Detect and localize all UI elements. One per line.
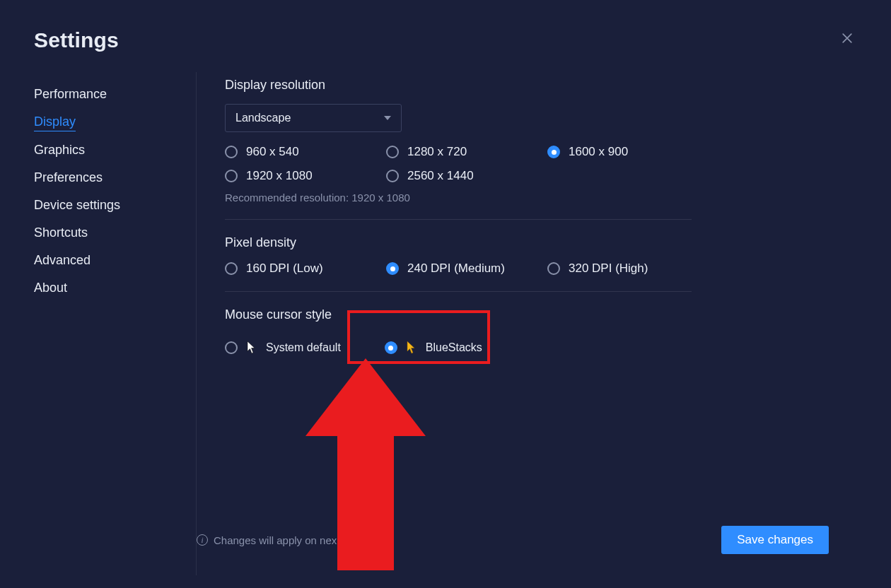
chevron-down-icon — [384, 116, 391, 120]
radio-icon — [547, 146, 560, 158]
dpi-label: 240 DPI (Medium) — [407, 261, 505, 276]
sidebar-item-shortcuts[interactable]: Shortcuts — [34, 219, 88, 247]
cursor-style-heading: Mouse cursor style — [225, 307, 857, 322]
footer-bar: i Changes will apply on nex Save changes — [197, 526, 829, 554]
settings-window: Settings Performance Display Graphics Pr… — [0, 0, 891, 588]
resolution-option-1920x1080[interactable]: 1920 x 1080 — [225, 169, 386, 183]
orientation-select-value: Landscape — [235, 112, 291, 124]
display-resolution-heading: Display resolution — [225, 78, 857, 93]
cursor-options: System default BlueStacks — [225, 334, 857, 362]
radio-icon — [225, 170, 238, 182]
sidebar-item-device-settings[interactable]: Device settings — [34, 192, 120, 219]
resolution-option-1280x720[interactable]: 1280 x 720 — [386, 145, 547, 159]
resolution-option-2560x1440[interactable]: 2560 x 1440 — [386, 169, 547, 183]
save-changes-button[interactable]: Save changes — [721, 526, 829, 554]
radio-icon — [225, 341, 238, 354]
radio-icon — [386, 146, 399, 158]
settings-sidebar: Performance Display Graphics Preferences… — [34, 72, 197, 575]
cursor-option-bluestacks[interactable]: BlueStacks — [375, 334, 492, 362]
dpi-option-240[interactable]: 240 DPI (Medium) — [386, 261, 547, 276]
cursor-bluestacks-icon — [406, 341, 417, 355]
apply-note: i Changes will apply on nex — [197, 534, 337, 546]
radio-icon — [386, 170, 399, 182]
sidebar-item-display[interactable]: Display — [34, 108, 76, 131]
sidebar-item-performance[interactable]: Performance — [34, 81, 107, 108]
info-icon: i — [197, 534, 208, 546]
orientation-select[interactable]: Landscape — [225, 104, 402, 132]
cursor-option-system-default[interactable]: System default — [225, 334, 351, 362]
dpi-option-320[interactable]: 320 DPI (High) — [547, 261, 709, 276]
sidebar-item-preferences[interactable]: Preferences — [34, 164, 103, 192]
sidebar-item-about[interactable]: About — [34, 274, 67, 302]
sidebar-item-advanced[interactable]: Advanced — [34, 247, 91, 274]
close-icon — [840, 31, 854, 45]
resolution-option-960x540[interactable]: 960 x 540 — [225, 145, 386, 159]
close-button[interactable] — [840, 31, 860, 51]
cursor-label: BlueStacks — [426, 341, 482, 354]
divider — [225, 219, 692, 220]
resolution-label: 1920 x 1080 — [246, 169, 313, 183]
page-title: Settings — [34, 28, 857, 52]
resolution-label: 2560 x 1440 — [407, 169, 474, 183]
dpi-option-160[interactable]: 160 DPI (Low) — [225, 261, 386, 276]
resolution-label: 1280 x 720 — [407, 145, 467, 159]
divider — [225, 291, 692, 292]
dpi-label: 320 DPI (High) — [569, 261, 648, 276]
cursor-label: System default — [266, 341, 341, 354]
dpi-options: 160 DPI (Low) 240 DPI (Medium) 320 DPI (… — [225, 261, 857, 276]
radio-icon — [225, 146, 238, 158]
radio-icon — [386, 262, 399, 275]
radio-icon — [547, 262, 560, 275]
resolution-label: 1600 x 900 — [569, 145, 628, 159]
radio-icon — [385, 341, 397, 354]
apply-note-text: Changes will apply on nex — [214, 534, 337, 546]
radio-icon — [225, 262, 238, 275]
dpi-label: 160 DPI (Low) — [246, 261, 323, 276]
resolution-options: 960 x 540 1280 x 720 1600 x 900 1920 x 1… — [225, 145, 857, 183]
resolution-option-1600x900[interactable]: 1600 x 900 — [547, 145, 709, 159]
settings-content: Display resolution Landscape 960 x 540 1… — [197, 72, 857, 575]
sidebar-item-graphics[interactable]: Graphics — [34, 136, 85, 164]
resolution-label: 960 x 540 — [246, 145, 299, 159]
recommended-resolution-hint: Recommended resolution: 1920 x 1080 — [225, 192, 857, 204]
pixel-density-heading: Pixel density — [225, 235, 857, 250]
cursor-default-icon — [246, 341, 257, 355]
